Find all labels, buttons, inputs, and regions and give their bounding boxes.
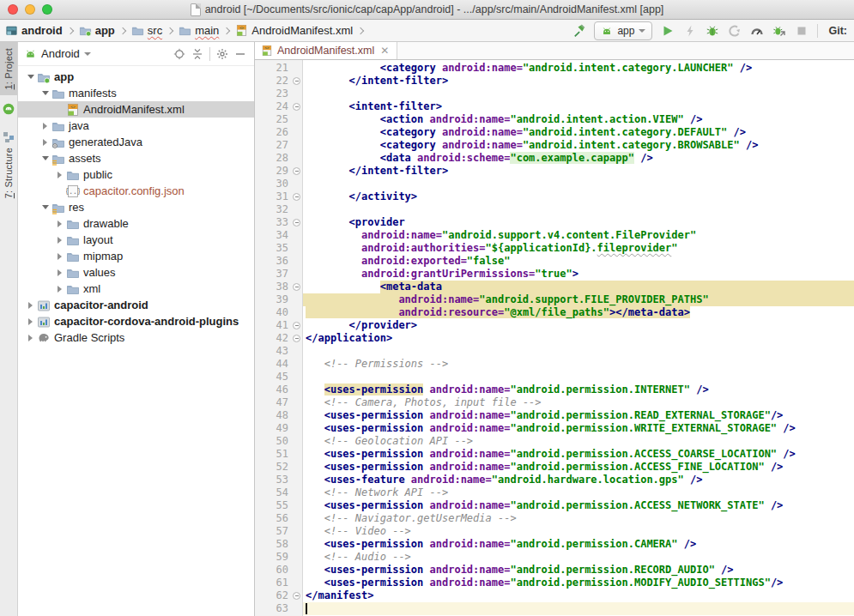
- expand-arrow-icon[interactable]: [54, 253, 65, 260]
- collapse-arrow-icon[interactable]: [39, 91, 51, 95]
- editor-body[interactable]: 21 <category android:name="android.inten…: [255, 60, 854, 616]
- breadcrumb-item-src[interactable]: src: [131, 24, 162, 37]
- minimize-window-button[interactable]: [25, 4, 35, 15]
- close-window-button[interactable]: [8, 4, 18, 15]
- expand-arrow-icon[interactable]: [39, 139, 51, 146]
- code-line[interactable]: [303, 178, 854, 190]
- close-tab-icon[interactable]: ✕: [380, 45, 389, 56]
- code-line[interactable]: [303, 345, 854, 358]
- code-line[interactable]: <uses-permission android:name="android.p…: [303, 538, 854, 551]
- code-line[interactable]: <category android:name="android.intent.c…: [303, 126, 854, 139]
- profiler-button[interactable]: [749, 23, 764, 38]
- code-line[interactable]: <uses-permission android:name="android.p…: [303, 461, 854, 474]
- code-line[interactable]: </application>: [303, 332, 854, 345]
- tree-item-assets[interactable]: assets: [18, 150, 254, 166]
- expand-arrow-icon[interactable]: [54, 220, 65, 227]
- code-line[interactable]: <!-- Camera, Photos, input file -->: [303, 396, 854, 409]
- expand-arrow-icon[interactable]: [25, 335, 36, 341]
- code-line[interactable]: <intent-filter>: [303, 100, 854, 113]
- code-line[interactable]: [303, 602, 854, 615]
- tree-item-java[interactable]: java: [18, 118, 254, 134]
- tree-item-capacitor-config-json[interactable]: {..}capacitor.config.json: [18, 183, 254, 199]
- expand-arrow-icon[interactable]: [54, 172, 65, 178]
- project-view-selector[interactable]: Android: [41, 47, 80, 60]
- code-line[interactable]: <!-- Geolocation API -->: [303, 435, 854, 448]
- code-line[interactable]: android:resource="@xml/file_paths"></met…: [303, 306, 854, 319]
- code-line[interactable]: [303, 203, 854, 216]
- editor-tab-androidmanifest[interactable]: <> AndroidManifest.xml ✕: [255, 42, 397, 59]
- code-line[interactable]: <meta-data: [303, 281, 854, 293]
- tree-item-app[interactable]: app: [18, 69, 254, 85]
- collapse-arrow-icon[interactable]: [39, 205, 51, 209]
- expand-arrow-icon[interactable]: [54, 286, 65, 293]
- tree-item-public[interactable]: public: [18, 166, 254, 183]
- expand-arrow-icon[interactable]: [54, 269, 65, 276]
- tree-item-layout[interactable]: layout: [18, 232, 254, 248]
- expand-arrow-icon[interactable]: [39, 123, 51, 130]
- attach-debugger-icon[interactable]: [772, 23, 786, 38]
- code-line[interactable]: android:name="android.support.FILE_PROVI…: [303, 293, 854, 306]
- code-line[interactable]: android:name="android.support.v4.content…: [303, 229, 854, 242]
- debug-button[interactable]: [705, 23, 719, 38]
- code-line[interactable]: android:grantUriPermissions="true">: [303, 268, 854, 281]
- code-line[interactable]: </manifest>: [303, 589, 854, 602]
- code-line[interactable]: <uses-permission android:name="android.p…: [303, 564, 854, 577]
- fold-icon[interactable]: [293, 322, 300, 329]
- code-line[interactable]: [303, 371, 854, 383]
- breadcrumb-item-app[interactable]: app: [79, 24, 115, 37]
- collapse-all-icon[interactable]: [191, 47, 204, 61]
- tree-item-res[interactable]: res: [18, 199, 254, 215]
- tree-item-gradle-scripts[interactable]: Gradle Scripts: [18, 329, 254, 346]
- code-line[interactable]: <uses-feature android:name="android.hard…: [303, 474, 854, 486]
- code-line[interactable]: android:exported="false": [303, 255, 854, 268]
- code-line[interactable]: <uses-permission android:name="android.p…: [303, 448, 854, 461]
- collapse-arrow-icon[interactable]: [39, 156, 51, 160]
- code-line[interactable]: <action android:name="android.intent.act…: [303, 113, 854, 126]
- fold-icon[interactable]: [293, 193, 300, 201]
- gear-icon[interactable]: [215, 47, 229, 61]
- breadcrumb-item-main[interactable]: main: [179, 24, 219, 37]
- code-line[interactable]: <!-- Video -->: [303, 525, 854, 538]
- build-hammer-icon[interactable]: [572, 23, 586, 38]
- expand-arrow-icon[interactable]: [25, 302, 36, 309]
- fold-icon[interactable]: [293, 219, 300, 226]
- code-line[interactable]: <uses-permission android:name="android.p…: [303, 409, 854, 422]
- code-line[interactable]: </provider>: [303, 319, 854, 332]
- tree-item-drawable[interactable]: drawable: [18, 215, 254, 232]
- fold-icon[interactable]: [293, 592, 300, 600]
- code-line[interactable]: <!-- Network API -->: [303, 486, 854, 499]
- code-line[interactable]: <uses-permission android:name="android.p…: [303, 422, 854, 435]
- code-line[interactable]: <category android:name="android.intent.c…: [303, 62, 854, 75]
- code-line[interactable]: </intent-filter>: [303, 75, 854, 88]
- tree-item-manifests[interactable]: manifests: [18, 85, 254, 101]
- zoom-window-button[interactable]: [42, 4, 52, 15]
- tree-item-mipmap[interactable]: mipmap: [18, 248, 254, 264]
- tree-item-capacitor-cordova-android-plugins[interactable]: capacitor-cordova-android-plugins: [18, 313, 254, 329]
- collapse-arrow-icon[interactable]: [25, 75, 36, 79]
- code-line[interactable]: [303, 88, 854, 100]
- fold-icon[interactable]: [293, 283, 300, 291]
- run-configuration-select[interactable]: app: [594, 21, 652, 40]
- fold-icon[interactable]: [293, 335, 300, 342]
- code-line[interactable]: <category android:name="android.intent.c…: [303, 139, 854, 152]
- tree-item-androidmanifest-xml[interactable]: <>AndroidManifest.xml: [18, 101, 254, 118]
- locate-file-icon[interactable]: [173, 47, 186, 61]
- tree-item-generatedjava[interactable]: generatedJava: [18, 134, 254, 150]
- android-model-icon[interactable]: [3, 103, 15, 115]
- expand-arrow-icon[interactable]: [25, 318, 36, 325]
- fold-icon[interactable]: [293, 103, 300, 111]
- code-line[interactable]: <provider: [303, 216, 854, 229]
- code-line[interactable]: <uses-permission android:name="android.p…: [303, 499, 854, 512]
- code-line[interactable]: android:authorities="${applicationId}.fi…: [303, 242, 854, 255]
- code-line[interactable]: <data android:scheme="com.example.capapp…: [303, 152, 854, 165]
- tree-item-values[interactable]: values: [18, 264, 254, 281]
- code-line[interactable]: <!-- Audio -->: [303, 551, 854, 564]
- breadcrumb-item-androidmanifest-xml[interactable]: <>AndroidManifest.xml: [235, 24, 353, 37]
- code-line[interactable]: <uses-permission android:name="android.p…: [303, 383, 854, 396]
- fold-icon[interactable]: [293, 77, 300, 85]
- expand-arrow-icon[interactable]: [54, 237, 65, 244]
- code-line[interactable]: <!-- Permissions -->: [303, 358, 854, 371]
- fold-icon[interactable]: [293, 167, 300, 175]
- tool-button-structure[interactable]: 7: Structure: [0, 125, 17, 204]
- tree-item-capacitor-android[interactable]: capacitor-android: [18, 297, 254, 313]
